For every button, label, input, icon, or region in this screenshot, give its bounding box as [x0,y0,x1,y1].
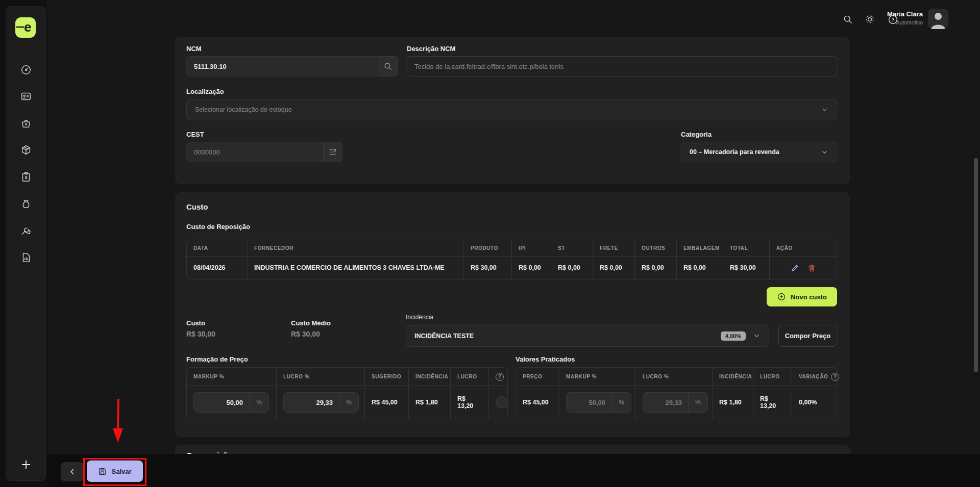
col-fornecedor: FORNECEDOR [254,245,293,251]
col-st: ST [558,245,565,251]
plus-circle-icon [777,292,786,301]
praticado-lucro-group: % [643,392,708,413]
col-incidencia: INCIDÊNCIA [719,374,752,379]
ncm-label: NCM [186,45,202,53]
help-icon[interactable]: ? [496,373,504,381]
sidebar-item-sales[interactable] [16,113,36,134]
col-produto: PRODUTO [471,245,498,251]
ncm-desc-label: Descrição NCM [407,45,455,53]
novo-custo-label: Novo custo [791,293,827,301]
categoria-value: 00 – Mercadoria para revenda [690,148,779,156]
chevron-down-icon [753,332,761,340]
dashboard-icon [20,64,32,75]
col-sugerido: SUGERIDO [372,374,401,379]
formacao-value-row: % % R$ 45,00 R$ 1,80 R$ 13,20 [187,386,507,419]
ncm-field-group [186,56,398,76]
cell-total: R$ 30,00 [723,257,770,279]
user-menu[interactable]: Maria Clara Automotivo [887,10,923,25]
percent-suffix: % [611,393,631,412]
search-icon [383,62,393,71]
sugerido-value: R$ 45,00 [365,386,409,419]
logo-e-icon: e [15,17,36,38]
percent-suffix: % [249,393,268,412]
praticados-value-row: R$ 45,00 % % R$ 1,80 R$ 13,20 0,00% [516,386,837,419]
delete-button[interactable] [807,264,816,272]
sidebar-item-products[interactable] [16,140,36,160]
chevron-down-icon [821,106,828,113]
chevron-down-icon [821,148,828,156]
localizacao-select[interactable]: Selecionar localização do estoque [186,99,837,120]
col-incidencia: INCIDÊNCIA [415,374,448,379]
id-card-icon [20,91,32,102]
app-window: e [0,0,980,487]
col-ipi: IPI [519,245,526,251]
cest-label: CEST [186,131,204,138]
col-variacao: VARIAÇÃO [799,374,828,379]
brand-logo[interactable]: e [15,17,36,38]
sidebar-item-reports[interactable] [16,247,36,268]
novo-custo-button[interactable]: Novo custo [767,287,837,306]
compor-preco-label: Compor Preço [785,332,831,340]
apply-price-radio[interactable] [496,396,508,408]
col-lucro: LUCRO [760,374,780,379]
col-embalagem: EMBALAGEM [683,245,720,251]
sidebar-item-dashboard[interactable] [16,60,36,80]
ncm-search-button[interactable] [378,56,398,76]
cell-acao [770,257,837,279]
markup-input[interactable] [194,399,249,406]
compor-preco-button[interactable]: Compor Preço [778,325,837,347]
custo-value: R$ 30,00 [186,330,215,338]
valores-praticados-title: Valores Praticados [516,355,575,363]
invoice-icon: $ [20,171,32,183]
edit-button[interactable] [791,264,799,272]
search-button[interactable] [842,13,854,25]
cest-input[interactable] [186,142,323,162]
fiscal-data-card: NCM Descrição NCM Localização Selecionar… [175,37,850,184]
incidencia-value: INCIDÊNCIA TESTE [414,332,474,340]
ncm-input[interactable] [186,56,378,76]
col-lucro-pct: LUCRO % [643,374,669,379]
custo-card: Custo Custo de Reposição DATA FORNECEDOR… [175,192,850,437]
user-name: Maria Clara [887,10,923,18]
cest-field-group [186,142,342,162]
sidebar-item-fiscal[interactable]: $ [16,167,36,187]
preco-value: R$ 45,00 [516,386,559,419]
col-outros: OUTROS [642,245,665,251]
person-icon [928,9,948,29]
col-lucro: LUCRO [457,374,477,379]
praticado-lucro-input[interactable] [643,399,688,406]
floppy-disk-icon [98,467,107,476]
sidebar-item-settings[interactable] [16,220,36,241]
save-button-label: Salvar [111,468,131,475]
incidencia-value-cell: R$ 1,80 [409,386,451,419]
praticado-markup-input[interactable] [567,399,611,406]
lucro-pct-input[interactable] [284,399,339,406]
back-button[interactable] [61,462,84,481]
basket-icon [20,118,32,129]
annotation-arrow-icon [109,397,128,446]
theme-toggle-button[interactable] [864,13,876,25]
incidencia-select[interactable]: INCIDÊNCIA TESTE 4,00% [406,325,769,347]
save-button[interactable]: Salvar [87,460,143,482]
custo-medio-value: R$ 30,00 [291,330,320,338]
sidebar-item-contacts[interactable] [16,86,36,107]
tools-icon [20,225,32,236]
external-link-icon [328,148,337,157]
help-icon[interactable]: ? [831,373,839,381]
custo-title: Custo [186,202,208,211]
percent-suffix: % [688,393,707,412]
formacao-header-row: MARKUP % LUCRO % SUGERIDO INCIDÊNCIA LUC… [187,368,507,386]
vertical-scrollbar[interactable] [974,158,978,372]
table-header-row: DATA FORNECEDOR PRODUTO IPI ST FRETE OUT… [187,240,837,257]
cell-outros: R$ 0,00 [635,257,677,279]
markup-input-group: % [193,392,269,413]
sidebar-add-button[interactable] [16,454,36,475]
cest-open-button[interactable] [323,142,342,162]
praticado-lucro-value: R$ 13,20 [753,386,792,419]
ncm-desc-input[interactable] [407,56,837,76]
categoria-select[interactable]: 00 – Mercadoria para revenda [681,142,837,162]
avatar[interactable] [928,9,948,29]
report-icon [20,252,32,263]
sidebar-item-finance[interactable] [16,194,36,214]
money-bag-icon [20,198,32,210]
